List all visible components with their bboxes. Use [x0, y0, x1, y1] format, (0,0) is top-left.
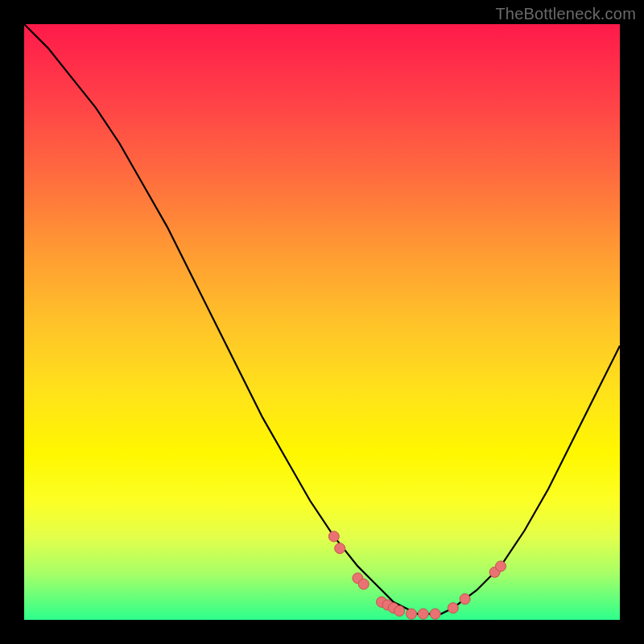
curve-marker: [496, 561, 506, 572]
curve-marker: [394, 605, 405, 616]
curve-marker: [328, 531, 339, 542]
bottleneck-curve: [24, 24, 620, 614]
chart-frame: TheBottleneck.com: [0, 0, 644, 644]
curve-marker: [335, 543, 345, 554]
curve-marker: [460, 594, 470, 605]
plot-area: [24, 24, 620, 620]
curve-marker: [407, 609, 417, 619]
attribution-text: TheBottleneck.com: [495, 5, 636, 23]
curve-marker: [418, 609, 428, 619]
curve-marker: [430, 609, 440, 619]
curve-marker: [448, 603, 458, 613]
curve-markers: [328, 531, 506, 619]
curve-marker: [358, 579, 369, 589]
bottleneck-curve-layer: [24, 24, 620, 620]
